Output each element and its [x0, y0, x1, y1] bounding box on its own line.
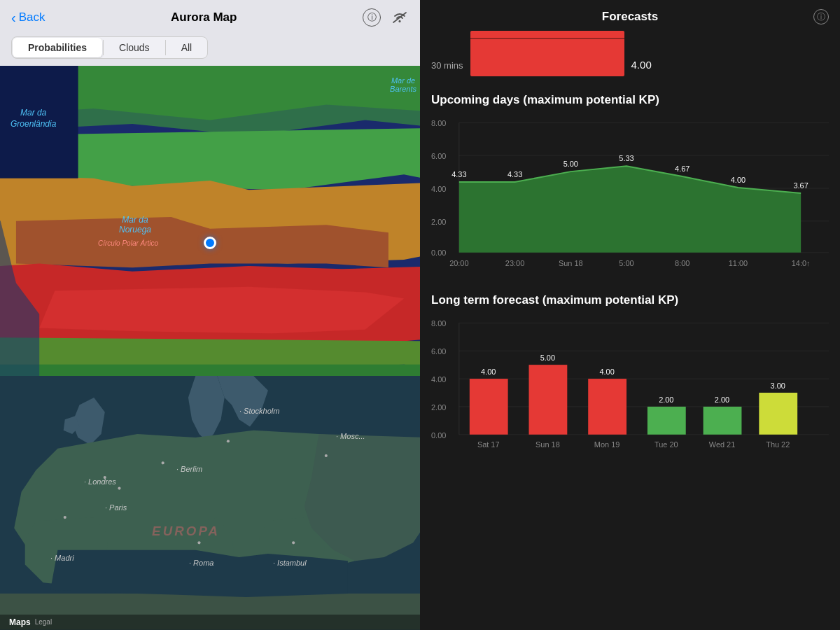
segment-all[interactable]: All	[166, 37, 208, 58]
upcoming-chart-svg: 8.00 6.00 4.00 2.00 0.00	[431, 115, 829, 276]
svg-point-28	[227, 440, 230, 442]
svg-point-29	[325, 454, 328, 457]
svg-text:4.33: 4.33	[507, 170, 522, 178]
svg-point-30	[162, 462, 164, 465]
svg-text:Thu 22: Thu 22	[766, 440, 790, 449]
bar-sun18	[529, 365, 568, 435]
bar-tue20	[648, 407, 686, 435]
svg-text:6.00: 6.00	[431, 347, 446, 356]
svg-text:14:0↑: 14:0↑	[792, 259, 811, 267]
signal-icon[interactable]	[391, 8, 409, 27]
svg-text:Sun 18: Sun 18	[536, 440, 560, 449]
svg-text:4.00: 4.00	[731, 176, 746, 184]
svg-text:Sat 17: Sat 17	[477, 440, 500, 449]
segment-probabilities[interactable]: Probabilities	[13, 38, 102, 57]
upcoming-title: Upcoming days (maximum potential KP)	[420, 88, 840, 110]
svg-text:23:00: 23:00	[505, 259, 524, 267]
current-bar-wrapper	[470, 31, 624, 76]
svg-text:8.00: 8.00	[431, 119, 446, 127]
bar-thu22	[759, 393, 797, 435]
svg-text:8.00: 8.00	[431, 319, 446, 328]
bar-sat17	[470, 379, 508, 435]
left-panel: ‹ Back Aurora Map ⓘ Probabilities Clo	[0, 0, 420, 630]
svg-text:2.00: 2.00	[659, 396, 673, 404]
maps-label: Maps	[9, 617, 31, 627]
legal-label: Legal	[35, 618, 52, 626]
svg-point-35	[292, 542, 295, 545]
svg-marker-26	[50, 550, 348, 597]
svg-text:6.00: 6.00	[431, 152, 446, 160]
svg-marker-10	[39, 287, 404, 333]
nav-title: Aurora Map	[171, 10, 237, 24]
svg-text:5.33: 5.33	[619, 154, 634, 162]
map-area[interactable]: Mar daGroenlândia Mar deBarents Mar daNo…	[0, 66, 420, 630]
svg-text:Mon 19: Mon 19	[594, 440, 620, 449]
forecasts-info-icon[interactable]: ⓘ	[813, 9, 829, 24]
svg-text:5:00: 5:00	[619, 259, 634, 267]
aurora-map-upper: Mar daGroenlândia Mar deBarents Mar daNo…	[0, 66, 420, 376]
apple-maps-bar: Maps Legal	[0, 615, 420, 630]
svg-text:0.00: 0.00	[431, 431, 446, 440]
current-forecast: 30 mins 4.00	[420, 31, 840, 85]
svg-text:4.00: 4.00	[431, 375, 446, 384]
svg-text:8:00: 8:00	[675, 259, 690, 267]
right-panel: Forecasts ⓘ 30 mins 4.00 Upcoming days (…	[420, 0, 840, 630]
location-dot	[204, 237, 216, 249]
aurora-map-lower: EUROPA · Stockholm · Mosc... · Berlim · …	[0, 376, 420, 630]
longterm-section: Long term forecast (maximum potential KP…	[420, 285, 840, 484]
longterm-chart: 8.00 6.00 4.00 2.00 0.00 4.00	[420, 310, 840, 484]
svg-text:2.00: 2.00	[715, 396, 729, 404]
svg-rect-14	[0, 66, 78, 178]
svg-point-0	[399, 20, 401, 22]
svg-text:5.00: 5.00	[564, 160, 578, 168]
svg-text:2.00: 2.00	[431, 403, 446, 412]
svg-text:4.00: 4.00	[431, 185, 446, 193]
bar-wed21	[704, 407, 742, 435]
svg-point-34	[197, 542, 200, 545]
svg-text:4.33: 4.33	[451, 170, 466, 178]
svg-text:4.00: 4.00	[481, 368, 496, 376]
segment-clouds[interactable]: Clouds	[104, 37, 165, 58]
svg-text:3.00: 3.00	[771, 382, 785, 390]
back-label: Back	[19, 10, 46, 24]
current-kp-value: 4.00	[631, 59, 652, 76]
svg-text:4.00: 4.00	[599, 368, 614, 376]
svg-text:Wed 21: Wed 21	[709, 440, 736, 449]
nav-bar: ‹ Back Aurora Map ⓘ	[0, 0, 420, 32]
svg-text:EUROPA: EUROPA	[152, 524, 220, 538]
svg-text:0.00: 0.00	[431, 248, 446, 257]
nav-icons: ⓘ	[363, 8, 409, 27]
forecasts-header: Forecasts ⓘ	[420, 0, 840, 31]
aurora-svg	[0, 66, 420, 376]
svg-text:Sun 18: Sun 18	[559, 259, 583, 267]
upcoming-section: Upcoming days (maximum potential KP) 8.0…	[420, 85, 840, 285]
longterm-chart-svg: 8.00 6.00 4.00 2.00 0.00 4.00	[431, 316, 829, 470]
lower-map-svg: EUROPA	[0, 376, 420, 630]
svg-text:2.00: 2.00	[431, 218, 446, 226]
svg-marker-47	[459, 166, 801, 253]
svg-point-31	[104, 476, 106, 479]
svg-text:3.67: 3.67	[793, 181, 808, 190]
chevron-left-icon: ‹	[11, 10, 16, 26]
longterm-title: Long term forecast (maximum potential KP…	[420, 288, 840, 310]
svg-point-33	[64, 516, 66, 519]
current-time-label: 30 mins	[431, 60, 463, 76]
svg-rect-12	[0, 365, 420, 377]
svg-text:11:00: 11:00	[729, 259, 748, 267]
svg-text:5.00: 5.00	[540, 354, 555, 362]
upcoming-chart: 8.00 6.00 4.00 2.00 0.00	[420, 110, 840, 285]
back-button[interactable]: ‹ Back	[11, 10, 45, 26]
info-icon[interactable]: ⓘ	[363, 8, 381, 27]
bar-mon19	[588, 379, 626, 435]
apple-maps-logo: Maps	[7, 617, 31, 627]
svg-text:4.67: 4.67	[675, 164, 690, 173]
segment-bar: Probabilities Clouds All	[0, 32, 420, 66]
bar-line	[470, 38, 624, 39]
current-kp-bar	[470, 31, 624, 76]
svg-text:Tue 20: Tue 20	[654, 440, 678, 449]
svg-text:20:00: 20:00	[449, 259, 468, 267]
forecasts-title: Forecasts	[602, 10, 658, 24]
svg-point-32	[118, 487, 120, 490]
segment-control: Probabilities Clouds All	[11, 36, 208, 59]
